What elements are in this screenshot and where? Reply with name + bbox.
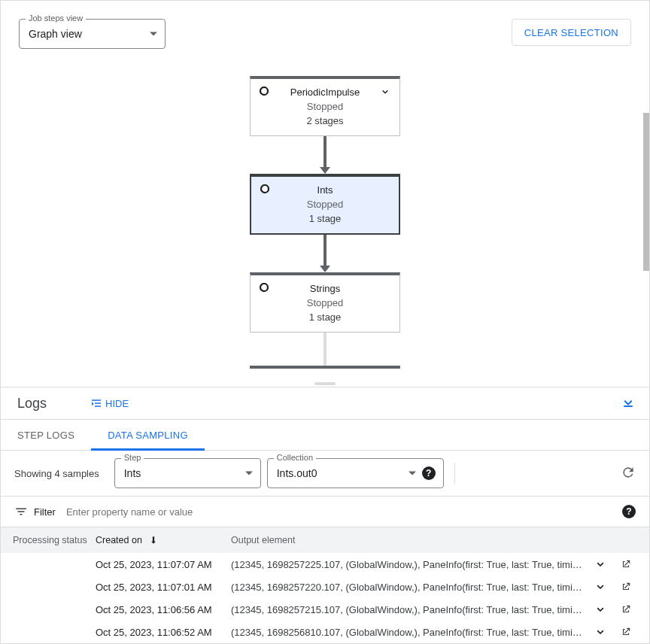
graph-edge-faded (323, 333, 327, 366)
expand-row-button[interactable] (586, 603, 615, 615)
expand-row-button[interactable] (586, 581, 615, 593)
graph-node-partial[interactable] (250, 366, 400, 369)
caret-down-icon (409, 472, 416, 475)
filter-list-icon (14, 505, 28, 518)
job-steps-view-value: Graph view (29, 28, 82, 40)
table-row[interactable]: Oct 25, 2023, 11:07:07 AM(12345, 1698257… (1, 553, 649, 576)
filter-row: Filter ? (1, 496, 649, 527)
table-row[interactable]: Oct 25, 2023, 11:06:52 AM(12345, 1698256… (1, 621, 649, 643)
tab-label: STEP LOGS (17, 430, 74, 441)
refresh-button[interactable] (621, 465, 636, 482)
stopped-icon (260, 283, 269, 292)
sampling-controls: Showing 4 samples Step Ints Collection I… (1, 451, 649, 496)
hide-logs-button[interactable]: HIDE (90, 397, 129, 409)
arrowhead-icon (320, 167, 330, 174)
graph-inner: PeriodicImpulse Stopped 2 stages Ints St… (250, 76, 400, 369)
node-status: Stopped (260, 297, 390, 308)
step-select[interactable]: Step Ints (114, 458, 261, 488)
graph-node-periodicimpulse[interactable]: PeriodicImpulse Stopped 2 stages (250, 76, 400, 136)
graph-node-ints[interactable]: Ints Stopped 1 stage (250, 174, 400, 235)
svg-point-0 (260, 87, 268, 95)
expand-row-button[interactable] (586, 626, 615, 638)
output-element-cell: (12345, 1698257220.107, (GlobalWindow,),… (231, 582, 586, 593)
logs-section: Logs HIDE STEP LOGS DATA SAMPLING Showin… (1, 387, 649, 643)
step-select-label: Step (121, 453, 144, 462)
caret-down-icon (245, 472, 253, 475)
graph-area[interactable]: PeriodicImpulse Stopped 2 stages Ints St… (1, 49, 649, 387)
node-stages: 1 stage (260, 213, 390, 224)
node-stages: 1 stage (260, 311, 390, 323)
collapse-panel-button[interactable] (621, 395, 636, 412)
processing-status-cell (13, 559, 96, 570)
collection-select-label: Collection (274, 453, 316, 462)
open-external-button[interactable] (615, 559, 637, 570)
filter-input[interactable] (65, 506, 622, 518)
scrollbar-thumb[interactable] (643, 113, 649, 271)
job-steps-view-label: Job steps view (26, 14, 86, 23)
processing-status-cell (13, 582, 96, 593)
open-external-button[interactable] (615, 582, 637, 592)
clear-selection-label: CLEAR SELECTION (524, 27, 618, 38)
sort-desc-icon (148, 535, 159, 545)
node-title: PeriodicImpulse (260, 87, 390, 98)
stopped-icon (260, 87, 269, 96)
created-on-cell: Oct 25, 2023, 11:07:01 AM (96, 582, 231, 593)
output-element-cell: (12345, 1698257225.107, (GlobalWindow,),… (231, 559, 586, 570)
logs-title: Logs (17, 396, 47, 412)
step-select-value: Ints (124, 467, 141, 479)
format-indent-icon (90, 397, 102, 409)
svg-point-1 (261, 185, 269, 193)
page-root: Job steps view Graph view CLEAR SELECTIO… (0, 0, 650, 644)
arrowhead-icon (320, 266, 330, 272)
created-on-cell: Oct 25, 2023, 11:06:56 AM (96, 604, 231, 615)
graph-edge (323, 235, 327, 266)
filter-label: Filter (34, 506, 56, 518)
job-steps-view-select[interactable]: Job steps view Graph view (19, 19, 166, 49)
top-bar: Job steps view Graph view CLEAR SELECTIO… (1, 1, 649, 49)
node-stages: 2 stages (260, 115, 390, 126)
processing-status-cell (13, 627, 96, 638)
output-element-cell: (12345, 1698256810.107, (GlobalWindow,),… (231, 627, 586, 638)
help-icon[interactable]: ? (622, 505, 636, 518)
table-row[interactable]: Oct 25, 2023, 11:06:56 AM(12345, 1698257… (1, 598, 649, 621)
open-external-button[interactable] (615, 604, 637, 615)
tab-step-logs[interactable]: STEP LOGS (1, 420, 91, 450)
svg-point-2 (260, 284, 268, 291)
showing-samples-text: Showing 4 samples (14, 468, 99, 479)
col-output-element[interactable]: Output element (231, 535, 586, 545)
caret-down-icon (150, 32, 157, 36)
logs-tabs: STEP LOGS DATA SAMPLING (1, 419, 649, 451)
table-body: Oct 25, 2023, 11:07:07 AM(12345, 1698257… (1, 553, 649, 643)
expand-row-button[interactable] (586, 558, 615, 570)
table-row[interactable]: Oct 25, 2023, 11:07:01 AM(12345, 1698257… (1, 576, 649, 598)
col-created-label: Created on (96, 535, 142, 545)
help-icon[interactable]: ? (422, 466, 436, 480)
stopped-icon (260, 184, 269, 193)
clear-selection-button[interactable]: CLEAR SELECTION (512, 19, 631, 46)
tab-data-sampling[interactable]: DATA SAMPLING (91, 420, 205, 450)
processing-status-cell (13, 604, 96, 615)
tab-label: DATA SAMPLING (108, 430, 188, 441)
created-on-cell: Oct 25, 2023, 11:07:07 AM (96, 559, 231, 570)
panel-resize-handle[interactable] (314, 382, 336, 385)
output-element-cell: (12345, 1698257215.107, (GlobalWindow,),… (231, 604, 586, 615)
col-processing-status[interactable]: Processing status (13, 535, 96, 545)
created-on-cell: Oct 25, 2023, 11:06:52 AM (96, 627, 231, 638)
table-header: Processing status Created on Output elem… (1, 527, 649, 553)
hide-label: HIDE (105, 398, 129, 409)
collection-select-value: Ints.out0 (277, 467, 317, 479)
graph-node-strings[interactable]: Strings Stopped 1 stage (250, 272, 400, 333)
chevron-down-icon[interactable] (380, 87, 390, 99)
graph-edge (323, 136, 327, 168)
node-title: Ints (260, 184, 390, 196)
col-created-on[interactable]: Created on (96, 535, 231, 545)
node-title: Strings (260, 283, 390, 294)
open-external-button[interactable] (615, 627, 637, 637)
node-status: Stopped (260, 199, 390, 210)
logs-header: Logs HIDE (1, 387, 649, 419)
divider (454, 463, 455, 484)
collection-select[interactable]: Collection Ints.out0 ? (267, 458, 444, 488)
node-status: Stopped (260, 101, 390, 112)
